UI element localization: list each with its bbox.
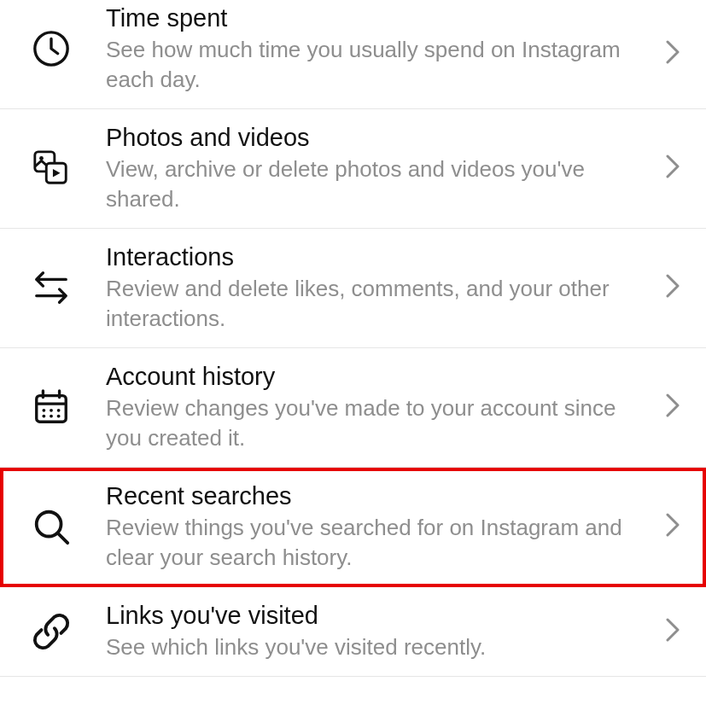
chevron-right-icon (665, 154, 680, 182)
item-recent-searches[interactable]: Recent searches Review things you've sea… (0, 468, 706, 587)
item-title: Links you've visited (106, 601, 643, 631)
item-title: Interactions (106, 242, 643, 272)
item-interactions[interactable]: Interactions Review and delete likes, co… (0, 229, 706, 348)
item-title: Time spent (106, 3, 643, 33)
calendar-icon (27, 383, 75, 431)
chevron-right-icon (665, 513, 680, 540)
item-content: Interactions Review and delete likes, co… (106, 242, 686, 334)
item-title: Recent searches (106, 481, 643, 511)
chevron-right-icon (665, 40, 680, 67)
item-time-spent[interactable]: Time spent See how much time you usually… (0, 0, 706, 109)
item-desc: Review changes you've made to your accou… (106, 393, 643, 453)
item-desc: See which links you've visited recently. (106, 632, 643, 662)
item-links-visited[interactable]: Links you've visited See which links you… (0, 587, 706, 677)
chevron-right-icon (665, 618, 680, 645)
search-icon (27, 503, 75, 550)
item-title: Photos and videos (106, 123, 643, 153)
item-content: Recent searches Review things you've sea… (106, 481, 686, 573)
arrows-icon (27, 264, 75, 312)
item-content: Photos and videos View, archive or delet… (106, 123, 686, 214)
item-title: Account history (106, 362, 643, 392)
settings-list: Time spent See how much time you usually… (0, 0, 706, 677)
link-icon (27, 608, 75, 655)
item-content: Links you've visited See which links you… (106, 601, 686, 662)
item-content: Time spent See how much time you usually… (106, 3, 686, 95)
item-content: Account history Review changes you've ma… (106, 362, 686, 453)
clock-icon (27, 25, 75, 73)
item-desc: View, archive or delete photos and video… (106, 154, 643, 214)
chevron-right-icon (665, 393, 680, 421)
item-desc: See how much time you usually spend on I… (106, 35, 643, 95)
item-desc: Review and delete likes, comments, and y… (106, 274, 643, 334)
item-desc: Review things you've searched for on Ins… (106, 513, 643, 573)
item-photos-videos[interactable]: Photos and videos View, archive or delet… (0, 109, 706, 229)
media-icon (27, 144, 75, 192)
chevron-right-icon (665, 274, 680, 301)
item-account-history[interactable]: Account history Review changes you've ma… (0, 348, 706, 468)
